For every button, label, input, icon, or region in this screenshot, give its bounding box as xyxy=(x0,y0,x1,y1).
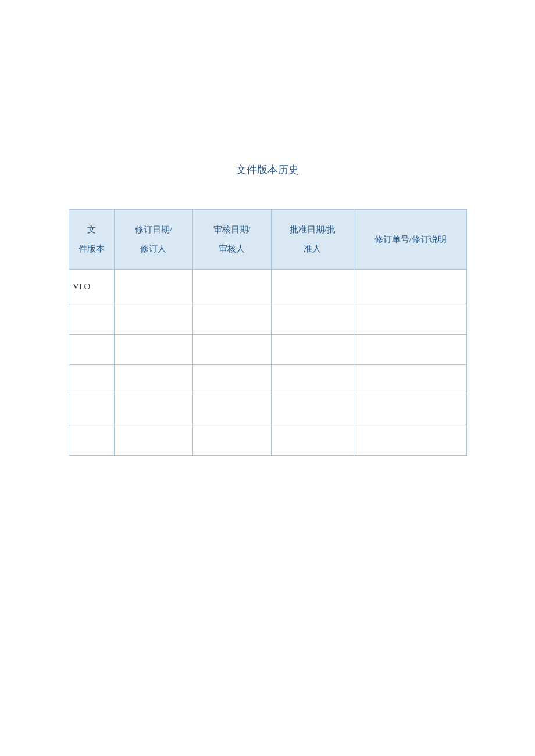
cell-version: VI.O xyxy=(69,270,115,304)
cell-version xyxy=(69,304,115,335)
header-revise: 修订日期/修订人 xyxy=(114,210,192,270)
cell-approve xyxy=(271,425,354,456)
cell-revise xyxy=(114,425,192,456)
table-header-row: 文件版本 修订日期/修订人 审核日期/审核人 批准日期/批准人 修订单号/修订说… xyxy=(69,210,467,270)
table-row xyxy=(69,365,467,395)
header-description: 修订单号/修订说明 xyxy=(354,210,467,270)
cell-version xyxy=(69,365,115,395)
table-row xyxy=(69,304,467,335)
cell-description xyxy=(354,365,467,395)
header-approve: 批准日期/批准人 xyxy=(271,210,354,270)
cell-approve xyxy=(271,335,354,365)
cell-review xyxy=(192,365,271,395)
page-title: 文件版本历史 xyxy=(0,163,535,177)
cell-description xyxy=(354,270,467,304)
cell-review xyxy=(192,335,271,365)
cell-revise xyxy=(114,304,192,335)
cell-review xyxy=(192,425,271,456)
cell-description xyxy=(354,395,467,425)
cell-version xyxy=(69,425,115,456)
cell-description xyxy=(354,335,467,365)
cell-revise xyxy=(114,395,192,425)
cell-revise xyxy=(114,365,192,395)
header-review: 审核日期/审核人 xyxy=(192,210,271,270)
cell-approve xyxy=(271,304,354,335)
cell-description xyxy=(354,425,467,456)
cell-review xyxy=(192,270,271,304)
table-row xyxy=(69,425,467,456)
cell-revise xyxy=(114,335,192,365)
cell-approve xyxy=(271,395,354,425)
cell-revise xyxy=(114,270,192,304)
cell-approve xyxy=(271,365,354,395)
header-version: 文件版本 xyxy=(69,210,115,270)
cell-version xyxy=(69,395,115,425)
table-row xyxy=(69,335,467,365)
cell-version xyxy=(69,335,115,365)
cell-approve xyxy=(271,270,354,304)
table-row: VI.O xyxy=(69,270,467,304)
table-row xyxy=(69,395,467,425)
version-history-table: 文件版本 修订日期/修订人 审核日期/审核人 批准日期/批准人 修订单号/修订说… xyxy=(69,209,467,456)
cell-review xyxy=(192,304,271,335)
cell-description xyxy=(354,304,467,335)
cell-review xyxy=(192,395,271,425)
